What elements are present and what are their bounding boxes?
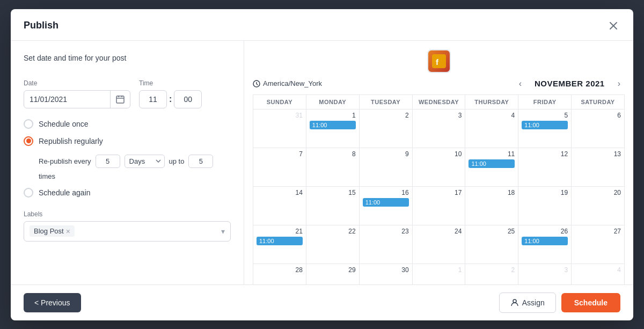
calendar-day-number: 4 [575, 266, 621, 274]
calendar-event[interactable]: 11:00 [363, 198, 409, 207]
calendar-day-cell[interactable]: 20 [572, 187, 625, 225]
month-year-label: NOVEMBER 2021 [535, 79, 605, 88]
schedule-button[interactable]: Schedule [561, 293, 620, 312]
calendar-day-cell[interactable]: 14 [253, 187, 306, 225]
calendar-day-cell[interactable]: 25 [465, 225, 518, 264]
time-wrap: : [139, 90, 202, 108]
calendar-day-cell[interactable]: 1 [413, 264, 466, 284]
republish-every-input[interactable] [96, 155, 120, 168]
calendar-event[interactable]: 11:00 [257, 237, 303, 245]
calendar-day-number: 2 [363, 112, 409, 119]
labels-section: Labels Blog Post × ▾ [24, 210, 231, 242]
calendar-day-cell[interactable]: 2611:00 [518, 225, 572, 264]
time-minute-input[interactable] [174, 90, 202, 108]
next-month-button[interactable]: › [613, 77, 625, 90]
republish-prefix: Re-publish every [39, 157, 91, 165]
svg-line-10 [257, 84, 258, 85]
calendar-day-header: MONDAY [306, 95, 360, 109]
label-tag-remove[interactable]: × [66, 228, 70, 235]
calendar-day-cell[interactable]: 27 [572, 225, 625, 264]
calendar-day-cell[interactable]: 9 [360, 148, 413, 187]
calendar-day-cell[interactable]: 1611:00 [360, 187, 413, 225]
calendar-day-cell[interactable]: 1111:00 [465, 148, 518, 187]
labels-label: Labels [24, 210, 231, 218]
calendar-day-cell[interactable]: 511:00 [518, 109, 572, 148]
radio-circle-once [24, 119, 33, 129]
date-field-group: Date [24, 79, 130, 108]
times-input[interactable] [188, 155, 213, 168]
radio-option-regularly[interactable]: Republish regularly [24, 136, 231, 146]
assign-button[interactable]: Assign [499, 293, 556, 313]
calendar-day-cell[interactable]: 3 [518, 264, 572, 284]
calendar-event[interactable]: 11:00 [522, 121, 568, 129]
calendar-day-cell[interactable]: 2 [360, 109, 413, 148]
calendar-day-cell[interactable]: 2 [465, 264, 518, 284]
date-input[interactable] [24, 91, 110, 108]
close-button[interactable] [606, 19, 620, 33]
svg-rect-2 [116, 96, 124, 103]
section-title: Set date and time for your post [24, 54, 231, 62]
calendar-day-cell[interactable]: 17 [413, 187, 466, 225]
calendar-header: America/New_York ‹ NOVEMBER 2021 › [253, 77, 625, 90]
modal-title: Publish [24, 20, 58, 31]
radio-circle-regularly [24, 136, 33, 146]
modal-overlay: Publish Set date and time for your post … [0, 0, 644, 329]
radio-label-again: Schedule again [39, 188, 91, 197]
calendar-event[interactable]: 11:00 [522, 237, 568, 245]
radio-option-once[interactable]: Schedule once [24, 119, 231, 129]
calendar-day-cell[interactable]: 4 [465, 109, 518, 148]
radio-option-again[interactable]: Schedule again [24, 188, 231, 198]
modal-footer: < Previous Assign Schedule [11, 284, 633, 320]
calendar-day-cell[interactable]: 4 [572, 264, 625, 284]
calendar-day-cell[interactable]: 29 [306, 264, 360, 284]
calendar-day-number: 4 [469, 112, 515, 119]
calendar-day-cell[interactable]: 15 [306, 187, 360, 225]
calendar-day-number: 6 [575, 112, 621, 119]
calendar-day-cell[interactable]: 19 [518, 187, 572, 225]
calendar-day-cell[interactable]: 3 [413, 109, 466, 148]
calendar-day-cell[interactable]: 2111:00 [253, 225, 306, 264]
calendar-day-cell[interactable]: 22 [306, 225, 360, 264]
calendar-day-cell[interactable]: 28 [253, 264, 306, 284]
time-label: Time [139, 79, 202, 87]
calendar-day-cell[interactable]: 24 [413, 225, 466, 264]
calendar-day-number: 26 [522, 228, 568, 235]
labels-dropdown-arrow-icon: ▾ [221, 227, 225, 236]
calendar-day-cell[interactable]: 111:00 [306, 109, 360, 148]
calendar-day-number: 7 [257, 150, 303, 158]
calendar-day-cell[interactable]: 18 [465, 187, 518, 225]
calendar-day-cell[interactable]: 12 [518, 148, 572, 187]
calendar-day-number: 21 [257, 228, 303, 235]
calendar-grid: SUNDAYMONDAYTUESDAYWEDNESDAYTHURSDAYFRID… [253, 94, 625, 284]
calendar-day-number: 3 [522, 266, 568, 274]
facebook-icon: f [427, 49, 451, 73]
time-hour-input[interactable] [139, 90, 167, 108]
svg-rect-6 [432, 54, 446, 68]
calendar-day-cell[interactable]: 10 [413, 148, 466, 187]
time-field-group: Time : [139, 79, 202, 108]
calendar-event[interactable]: 11:00 [469, 159, 515, 168]
calendar-day-cell[interactable]: 31 [253, 109, 306, 148]
calendar-day-number: 24 [416, 228, 462, 235]
calendar-day-cell[interactable]: 8 [306, 148, 360, 187]
labels-input-wrap[interactable]: Blog Post × ▾ [24, 221, 231, 242]
assign-person-icon [510, 298, 519, 307]
calendar-day-header: THURSDAY [465, 95, 518, 109]
calendar-day-cell[interactable]: 7 [253, 148, 306, 187]
calendar-day-number: 2 [469, 266, 515, 274]
left-panel: Set date and time for your post Date [11, 41, 244, 284]
calendar-day-number: 27 [575, 228, 621, 235]
days-select[interactable]: Days Weeks Months [125, 155, 165, 168]
calendar-day-number: 22 [310, 228, 356, 235]
calendar-day-cell[interactable]: 13 [572, 148, 625, 187]
calendar-event[interactable]: 11:00 [310, 121, 356, 129]
calendar-day-number: 28 [257, 266, 303, 274]
previous-button[interactable]: < Previous [24, 293, 81, 312]
prev-month-button[interactable]: ‹ [515, 77, 526, 90]
up-to-label: up to [169, 157, 185, 165]
calendar-day-cell[interactable]: 23 [360, 225, 413, 264]
date-time-row: Date [24, 79, 231, 108]
calendar-day-cell[interactable]: 30 [360, 264, 413, 284]
calendar-icon-button[interactable] [110, 91, 130, 108]
calendar-day-cell[interactable]: 6 [572, 109, 625, 148]
